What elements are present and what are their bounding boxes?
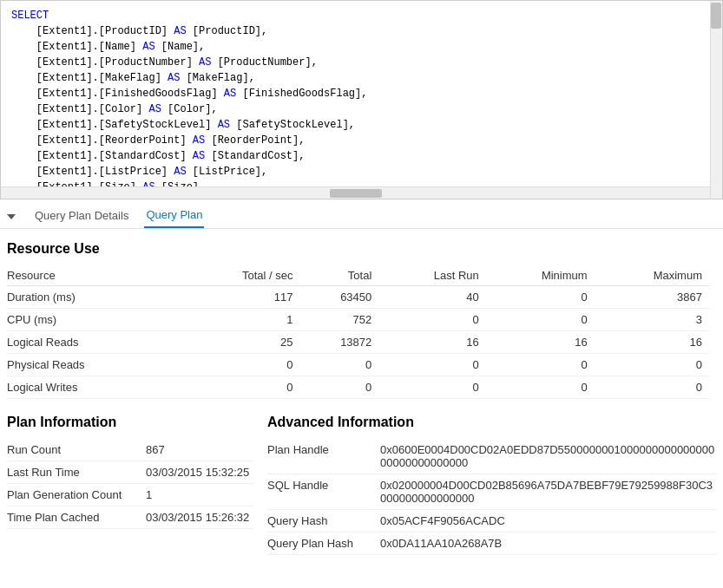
table-row: Logical Writes00000 [7, 376, 709, 399]
advanced-info-row: Query Hash0x05ACF4F9056ACADC [267, 510, 716, 532]
info-section: Plan Information Run Count867Last Run Ti… [0, 402, 723, 559]
advanced-info-panel: Advanced Information Plan Handle0x0600E0… [267, 415, 716, 555]
tab-query-plan-details[interactable]: Query Plan Details [33, 206, 130, 227]
scrollbar-bottom[interactable] [1, 186, 710, 199]
advanced-info-row: Plan Handle0x0600E0004D00CD02A0EDD87D550… [267, 439, 716, 474]
plan-info-row: Run Count867 [7, 439, 253, 461]
table-row: Physical Reads00000 [7, 354, 709, 376]
scrollbar-hthumb[interactable] [330, 189, 382, 198]
scrollbar-thumb[interactable] [711, 3, 721, 29]
plan-info-row: Plan Generation Count1 [7, 484, 253, 506]
plan-info-row: Last Run Time03/03/2015 15:32:25 [7, 461, 253, 484]
advanced-info-row: Query Plan Hash0x0DA11AA10A268A7B [267, 532, 716, 555]
tab-query-plan[interactable]: Query Plan [144, 205, 204, 228]
tabs-row: Query Plan DetailsQuery Plan [0, 199, 723, 229]
sql-editor[interactable]: SELECT [Extent1].[ProductID] AS [Product… [0, 0, 723, 199]
table-row: Duration (ms)117634504003867 [7, 286, 709, 309]
table-row: Logical Reads2513872161616 [7, 331, 709, 354]
plan-info-title: Plan Information [7, 415, 253, 430]
advanced-info-rows: Plan Handle0x0600E0004D00CD02A0EDD87D550… [267, 439, 716, 555]
resource-table: ResourceTotal / secTotalLast RunMinimumM… [7, 265, 709, 399]
advanced-info-title: Advanced Information [267, 415, 716, 430]
plan-info-panel: Plan Information Run Count867Last Run Ti… [7, 415, 267, 555]
chevron-down-icon[interactable] [7, 214, 16, 219]
table-row: CPU (ms)1752003 [7, 309, 709, 331]
resource-section: Resource Use ResourceTotal / secTotalLas… [0, 229, 723, 402]
plan-info-rows: Run Count867Last Run Time03/03/2015 15:3… [7, 439, 253, 529]
resource-title: Resource Use [7, 241, 709, 257]
scrollbar-right[interactable] [710, 1, 722, 199]
advanced-info-row: SQL Handle0x020000004D00CD02B85696A75DA7… [267, 474, 716, 510]
plan-info-row: Time Plan Cached03/03/2015 15:26:32 [7, 506, 253, 529]
sql-content: SELECT [Extent1].[ProductID] AS [Product… [1, 1, 722, 199]
